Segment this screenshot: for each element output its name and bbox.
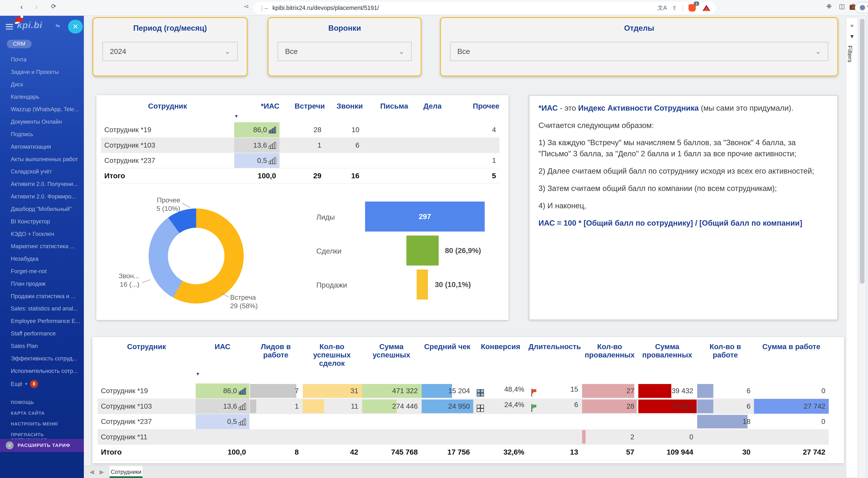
- url-text[interactable]: kpibi.bitrix24.ru/devops/placement/5191/: [272, 4, 652, 11]
- leader-line: [182, 203, 190, 208]
- more-count-badge: 8: [30, 380, 38, 388]
- sidebar-link-sitemap[interactable]: КАРТА САЙТА: [11, 411, 82, 416]
- url-bar[interactable]: ⋮– kpibi.bitrix24.ru/devops/placement/51…: [253, 2, 716, 14]
- bat-rewards-icon[interactable]: [703, 5, 710, 11]
- period-dropdown[interactable]: 2024⌄: [102, 42, 238, 61]
- sidebar-menu-icon[interactable]: [6, 23, 13, 31]
- table-row[interactable]: Сотрудник *237 0,5 18 0: [98, 414, 829, 429]
- col-header[interactable]: Звонки: [325, 98, 363, 123]
- share-icon[interactable]: ⇪: [672, 5, 677, 11]
- sidebar-item-staff-performance[interactable]: Staff performance: [0, 327, 84, 340]
- sidebar-item-dashboard-mobile[interactable]: Дашборд "Мобильный": [0, 203, 84, 215]
- sidebar-item-sales-statistics[interactable]: Sales: statistics and anal...: [0, 302, 84, 315]
- brave-shield-icon[interactable]: 1: [688, 4, 696, 11]
- sidebar-item-prodazhi-stat[interactable]: Продажи статистика и ...: [0, 290, 84, 303]
- sidebar-more-button[interactable]: Ещё ▾ 8: [11, 380, 38, 388]
- col-header[interactable]: Встречи: [279, 98, 325, 123]
- sidebar-item-tasks[interactable]: Задачи и Проекты: [0, 66, 84, 78]
- crm-badge[interactable]: CRM: [7, 40, 31, 48]
- sidebar-close-button[interactable]: ✕: [68, 20, 83, 33]
- data-bar: [582, 430, 585, 444]
- vpn-button[interactable]: VPN: [855, 2, 868, 13]
- sidebar-item-podpis[interactable]: Подпись: [0, 128, 84, 140]
- translate-icon[interactable]: 文A: [657, 4, 667, 12]
- col-header[interactable]: Длительность: [528, 338, 582, 383]
- data-bar: [422, 384, 452, 398]
- sidebar-item-aktiviti-1[interactable]: Активити 2.0. Получени...: [0, 178, 84, 190]
- vpn-label: VPN: [867, 4, 868, 11]
- funnel-bar-prodazhi[interactable]: [416, 270, 428, 300]
- col-header[interactable]: Конверсия: [473, 338, 528, 383]
- page-scrollbar[interactable]: [859, 17, 866, 478]
- sidebar-item-sales-plan-en[interactable]: Sales Plan: [0, 340, 84, 352]
- browser-toolbar: ‹ › ⟳ ◅ ⋮– kpibi.bitrix24.ru/devops/plac…: [0, 0, 868, 16]
- upgrade-tariff-button[interactable]: ♕ РАСШИРИТЬ ТАРИФ: [0, 439, 84, 452]
- sidebar-item-calendar[interactable]: Календарь: [0, 91, 84, 103]
- sidebar-item-docs[interactable]: Документы Онлайн: [0, 115, 84, 128]
- tab-sotrudniki[interactable]: Сотрудники: [110, 466, 142, 478]
- tab-prev-icon[interactable]: ◀: [90, 469, 94, 475]
- note-paragraph: Считается следующим образом:: [538, 120, 828, 131]
- reload-icon[interactable]: ⟳: [51, 3, 56, 10]
- sidebar-item-akty[interactable]: Акты выполненных работ: [0, 153, 84, 166]
- sidebar-item-disk[interactable]: Диск: [0, 78, 84, 91]
- grid-kpi-icon: [477, 389, 484, 397]
- sidebar-item-employee-performance[interactable]: Employee Performance E...: [0, 315, 84, 327]
- sidebar-settings-icon[interactable]: ⇋: [56, 23, 60, 29]
- col-header[interactable]: Сумма успешных: [362, 338, 421, 383]
- col-header[interactable]: Сотрудник: [98, 338, 196, 383]
- divider: |: [682, 5, 683, 11]
- sidebar-link-configure-menu[interactable]: НАСТРОИТЬ МЕНЮ: [11, 421, 82, 426]
- extensions-puzzle-icon[interactable]: ❉: [827, 3, 832, 10]
- col-header[interactable]: Сотрудник: [101, 98, 234, 123]
- collapse-icon[interactable]: «: [846, 22, 858, 29]
- col-header[interactable]: Кол-во успешных сделок: [302, 338, 362, 383]
- col-header[interactable]: Сумма проваленных: [638, 338, 696, 383]
- forward-icon[interactable]: ›: [35, 3, 37, 11]
- sidebar-item-kedo[interactable]: КЭДО + Госключ: [0, 228, 84, 240]
- col-header-sorted[interactable]: ИАС▼: [196, 338, 249, 383]
- table-row[interactable]: Сотрудник *19 86,0 7 31 471 322 15 204 4…: [98, 383, 829, 399]
- activity-visual-card: Сотрудник *ИАС▼ Встречи Звонки Письма Де…: [96, 95, 508, 320]
- col-header-sorted[interactable]: *ИАС▼: [234, 98, 279, 123]
- col-header[interactable]: Лидов в работе: [249, 338, 302, 383]
- sidebar-link-help[interactable]: ПОМОЩЬ: [11, 400, 82, 405]
- sidebar-item-wazzup[interactable]: Wazzup (WhatsApp, Tele...: [0, 103, 84, 115]
- screen: ‹ › ⟳ ◅ ⋮– kpibi.bitrix24.ru/devops/plac…: [0, 0, 868, 478]
- activity-donut-chart[interactable]: [149, 208, 244, 304]
- table-row[interactable]: Сотрудник *11 2 0: [98, 429, 829, 445]
- tab-next-icon[interactable]: ▶: [100, 469, 104, 475]
- departments-dropdown[interactable]: Все⌄: [450, 42, 828, 61]
- sidebar-toggle-icon[interactable]: ◫: [839, 3, 845, 10]
- sidebar-item-nezabudka[interactable]: Незабудка: [0, 252, 84, 265]
- sidebar-item-sales-plan-ru[interactable]: План продаж: [0, 277, 84, 290]
- col-header[interactable]: Средний чек: [421, 338, 473, 383]
- funnels-dropdown[interactable]: Все⌄: [278, 42, 412, 61]
- sidebar-item-sklad[interactable]: Складской учёт: [0, 165, 84, 178]
- sidebar-item-bi-constructor[interactable]: BI Конструктор: [0, 215, 84, 228]
- bookmark-icon[interactable]: ◅: [244, 3, 248, 9]
- funnel-bar-lidy[interactable]: 297: [365, 202, 485, 232]
- col-header[interactable]: Кол-во проваленных: [582, 338, 638, 383]
- table-row[interactable]: Сотрудник *103 13,6 1 11 274 446 24 950 …: [98, 399, 829, 414]
- sidebar-item-marketing[interactable]: Маркетинг статистика ...: [0, 240, 84, 252]
- col-header[interactable]: Письма: [363, 98, 408, 123]
- sidebar-item-effectivnost[interactable]: Эффективность сотруд...: [0, 352, 84, 365]
- col-header[interactable]: Дела: [408, 98, 442, 123]
- col-header[interactable]: Прочее: [442, 98, 499, 123]
- filter-funnel-icon[interactable]: ▼︎: [846, 33, 858, 40]
- sidebar-item-pochta[interactable]: Почта: [0, 53, 84, 66]
- col-header[interactable]: Кол-во в работе: [696, 338, 754, 383]
- scrollbar-thumb[interactable]: [860, 19, 864, 284]
- col-header[interactable]: Сумма в работе: [754, 338, 829, 383]
- sidebar-item-ispolnitelnost[interactable]: Исполнительность сотр...: [0, 365, 84, 377]
- sidebar-item-automation[interactable]: Автоматизация: [0, 140, 84, 153]
- table-row[interactable]: Сотрудник *237 0,5 1: [101, 153, 499, 168]
- sidebar-item-forget-me-not[interactable]: Forget-me-not: [0, 265, 84, 277]
- site-settings-icon[interactable]: ⋮–: [259, 5, 268, 11]
- back-icon[interactable]: ‹: [21, 3, 23, 11]
- sidebar-item-aktiviti-2[interactable]: Активити 2.0. Формиро...: [0, 190, 84, 203]
- funnel-bar-sdelki[interactable]: [406, 236, 439, 266]
- table-row[interactable]: Сотрудник *103 13,6 1 6: [101, 138, 499, 153]
- table-row[interactable]: Сотрудник *19 86,0 28 10 4: [101, 122, 499, 138]
